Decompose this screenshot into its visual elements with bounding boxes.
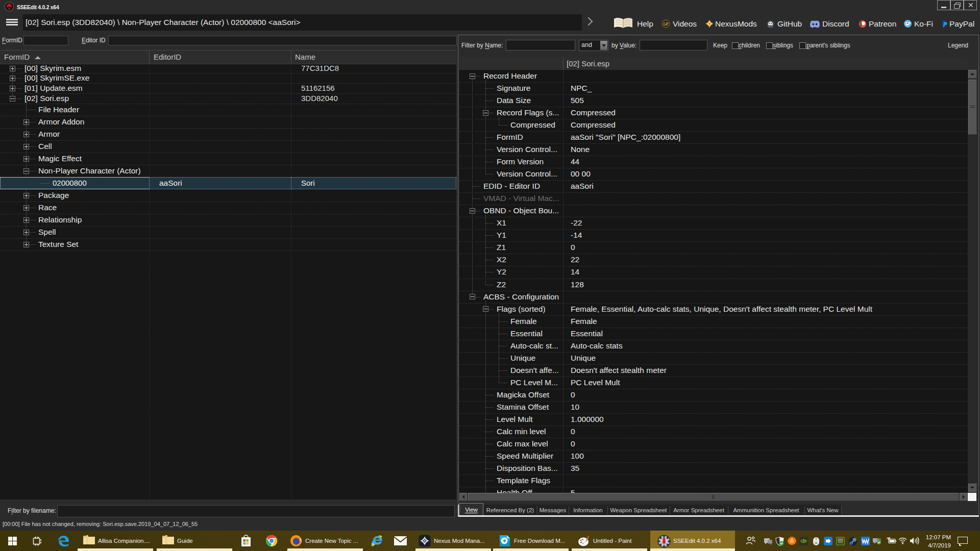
- svg-text:a: a: [791, 538, 794, 544]
- svg-text:GP: GP: [663, 22, 669, 27]
